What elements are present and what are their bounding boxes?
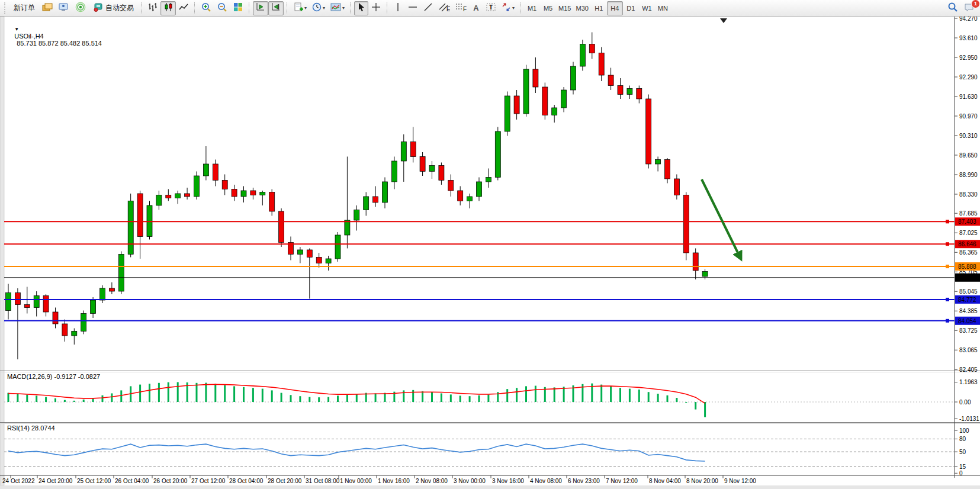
- market-watch-button[interactable]: [56, 1, 72, 15]
- rsi-indicator-label: RSI(14) 28.0744: [7, 424, 55, 432]
- timeframe-m30-button[interactable]: M30: [573, 1, 590, 15]
- timeframe-d1-button[interactable]: D1: [623, 1, 639, 15]
- price-tick-label: 86.365: [959, 249, 978, 256]
- price-tick-label: 90.310: [959, 133, 978, 139]
- text-tool-button[interactable]: A: [469, 1, 483, 15]
- clock-icon: [311, 2, 322, 15]
- time-axis-label: 8 Nov 04:00: [649, 478, 681, 484]
- auto-trading-label: 自动交易: [105, 3, 134, 13]
- tile-windows-button[interactable]: [230, 1, 246, 15]
- notifications-button[interactable]: 1: [961, 1, 978, 15]
- equidistant-channel-icon: E: [438, 2, 450, 15]
- level-line-handle[interactable]: [946, 242, 949, 246]
- macd-histogram-bar: [516, 388, 518, 402]
- zoom-in-icon: [201, 2, 212, 15]
- horizontal-line-tool-button[interactable]: [405, 1, 420, 15]
- channel-tool-button[interactable]: E: [436, 1, 452, 15]
- line-chart-icon: [178, 2, 189, 15]
- symbol-dropdown-icon[interactable]: ▼: [14, 27, 19, 32]
- timeframe-w1-button[interactable]: W1: [639, 1, 655, 15]
- toolbar-grip[interactable]: [4, 2, 8, 14]
- auto-trading-button[interactable]: 自动交易: [89, 1, 138, 15]
- timeframe-m15-button[interactable]: M15: [556, 1, 573, 15]
- template-button[interactable]: ▾: [327, 1, 347, 15]
- candle-body: [693, 253, 698, 271]
- candle-body: [6, 293, 11, 311]
- toolbar-separator: [520, 2, 521, 14]
- fibonacci-tool-button[interactable]: F: [452, 1, 469, 15]
- candle-body: [109, 288, 114, 291]
- signals-button[interactable]: [72, 1, 89, 15]
- chart-profiles-button[interactable]: [39, 1, 56, 15]
- trading-platform-window: 新订单 自动交易: [0, 0, 980, 489]
- candle-body: [345, 220, 350, 235]
- zoom-out-button[interactable]: [214, 1, 230, 15]
- level-line-handle[interactable]: [946, 220, 949, 223]
- macd-histogram-bar: [356, 394, 358, 402]
- rsi-tick-label: 50: [959, 449, 966, 455]
- chevron-down-icon[interactable]: ▾: [323, 5, 325, 11]
- macd-histogram-bar: [139, 385, 141, 402]
- candle-body: [410, 142, 416, 157]
- cursor-tool-button[interactable]: [354, 1, 368, 15]
- timeframe-menu-button[interactable]: ▾: [309, 1, 327, 15]
- new-order-button[interactable]: 新订单: [9, 1, 39, 15]
- timeframe-m5-button[interactable]: M5: [540, 1, 556, 15]
- chevron-down-icon[interactable]: ▾: [512, 5, 515, 11]
- level-line-handle[interactable]: [946, 298, 949, 301]
- macd-histogram-bar: [36, 395, 37, 402]
- time-axis-label: 1 Nov 00:00: [340, 478, 372, 484]
- macd-histogram-bar: [619, 388, 621, 402]
- candle-body: [391, 161, 397, 182]
- svg-text:F: F: [463, 6, 467, 12]
- search-button[interactable]: [944, 1, 961, 15]
- chevron-down-icon[interactable]: ▾: [342, 5, 345, 11]
- trendline-tool-button[interactable]: [420, 1, 436, 15]
- level-line-handle[interactable]: [946, 319, 949, 323]
- vertical-line-tool-button[interactable]: [391, 1, 405, 15]
- chart-shift-button[interactable]: [268, 1, 284, 15]
- timeframe-m1-button[interactable]: M1: [524, 1, 540, 15]
- arrows-tool-button[interactable]: ▾: [499, 1, 517, 15]
- macd-histogram-bar: [535, 386, 536, 402]
- bar-chart-button[interactable]: [145, 1, 160, 15]
- macd-histogram-bar: [384, 393, 386, 402]
- macd-histogram-bar: [54, 398, 56, 402]
- crosshair-tool-button[interactable]: [368, 1, 384, 15]
- indicator-add-icon: [293, 2, 304, 15]
- price-tick-label: 82.405: [959, 366, 978, 373]
- bar-chart-icon: [147, 2, 158, 15]
- chevron-down-icon[interactable]: ▾: [304, 5, 307, 11]
- macd-histogram-bar: [441, 393, 442, 402]
- price-badge-label: 85.514: [958, 275, 976, 281]
- candle-body: [429, 166, 435, 172]
- horizontal-line-icon: [407, 2, 418, 15]
- candle-body: [15, 293, 20, 305]
- level-line-handle[interactable]: [946, 265, 949, 268]
- candle-body: [383, 182, 388, 202]
- text-label-tool-button[interactable]: T: [483, 1, 499, 15]
- add-indicator-button[interactable]: ▾: [291, 1, 309, 15]
- time-axis-label: 31 Oct 08:00: [306, 478, 340, 484]
- auto-scroll-button[interactable]: [253, 1, 268, 15]
- line-chart-button[interactable]: [176, 1, 191, 15]
- candle-body: [477, 182, 482, 197]
- fibonacci-icon: F: [455, 2, 467, 15]
- candle-body: [118, 255, 124, 292]
- zoom-in-button[interactable]: [198, 1, 214, 15]
- timeframe-mn-button[interactable]: MN: [655, 1, 671, 15]
- macd-histogram-bar: [205, 383, 207, 402]
- candle-body: [156, 195, 162, 206]
- price-tick-label: 91.630: [959, 94, 978, 100]
- macd-histogram-bar: [525, 386, 527, 402]
- candle-body: [81, 314, 86, 332]
- macd-histogram-bar: [73, 401, 75, 402]
- candle-body: [326, 259, 331, 263]
- timeframe-h1-button[interactable]: H1: [591, 1, 607, 15]
- timeframe-h4-button[interactable]: H4: [607, 1, 623, 15]
- price-chart-canvas[interactable]: 94.27093.61092.95092.29091.63090.97090.3…: [0, 0, 980, 489]
- price-tick-label: 89.650: [959, 152, 978, 159]
- candlestick-chart-button[interactable]: [160, 1, 176, 15]
- time-axis-label: 27 Oct 12:00: [191, 478, 226, 484]
- left-splitter[interactable]: [0, 17, 4, 485]
